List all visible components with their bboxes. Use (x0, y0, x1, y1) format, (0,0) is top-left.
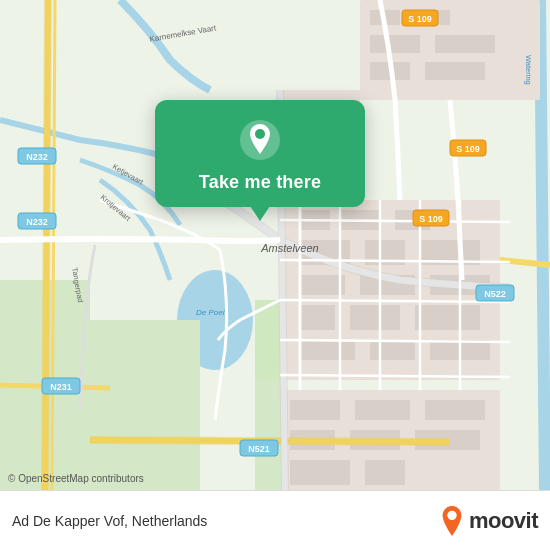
svg-rect-23 (435, 35, 495, 53)
map-container: N232 N232 N231 N521 N522 S 109 S 109 S 1… (0, 0, 550, 490)
svg-rect-33 (425, 400, 485, 420)
svg-text:Watering: Watering (524, 55, 533, 85)
svg-rect-13 (300, 305, 335, 330)
svg-text:S 109: S 109 (456, 144, 480, 154)
svg-rect-31 (290, 400, 340, 420)
svg-text:S 109: S 109 (408, 14, 432, 24)
map-background: N232 N232 N231 N521 N522 S 109 S 109 S 1… (0, 0, 550, 490)
moovit-logo-text: moovit (469, 508, 538, 534)
svg-text:S 109: S 109 (419, 214, 443, 224)
svg-rect-38 (365, 460, 405, 485)
svg-rect-37 (290, 460, 350, 485)
moovit-pin-icon (438, 505, 466, 537)
svg-text:N521: N521 (248, 444, 270, 454)
svg-text:N231: N231 (50, 382, 72, 392)
location-pin-icon (238, 118, 282, 162)
svg-rect-25 (425, 62, 485, 80)
svg-text:Amstelveen: Amstelveen (260, 242, 318, 254)
svg-text:N522: N522 (484, 289, 506, 299)
svg-point-68 (447, 510, 456, 519)
take-me-there-label: Take me there (199, 172, 321, 193)
popup-card[interactable]: Take me there (155, 100, 365, 207)
svg-rect-10 (300, 275, 345, 295)
svg-point-67 (255, 129, 265, 139)
svg-rect-22 (370, 35, 420, 53)
svg-rect-17 (370, 340, 415, 360)
svg-rect-15 (415, 305, 480, 330)
bottom-bar: Ad De Kapper Vof, Netherlands moovit (0, 490, 550, 550)
svg-rect-14 (350, 305, 400, 330)
osm-credit: © OpenStreetMap contributors (8, 473, 144, 484)
place-name: Ad De Kapper Vof, Netherlands (12, 513, 438, 529)
svg-text:De Poel: De Poel (196, 308, 225, 317)
svg-text:N232: N232 (26, 217, 48, 227)
moovit-logo: moovit (438, 505, 538, 537)
svg-text:N232: N232 (26, 152, 48, 162)
svg-rect-32 (355, 400, 410, 420)
svg-rect-40 (90, 320, 200, 490)
svg-rect-16 (300, 340, 355, 360)
